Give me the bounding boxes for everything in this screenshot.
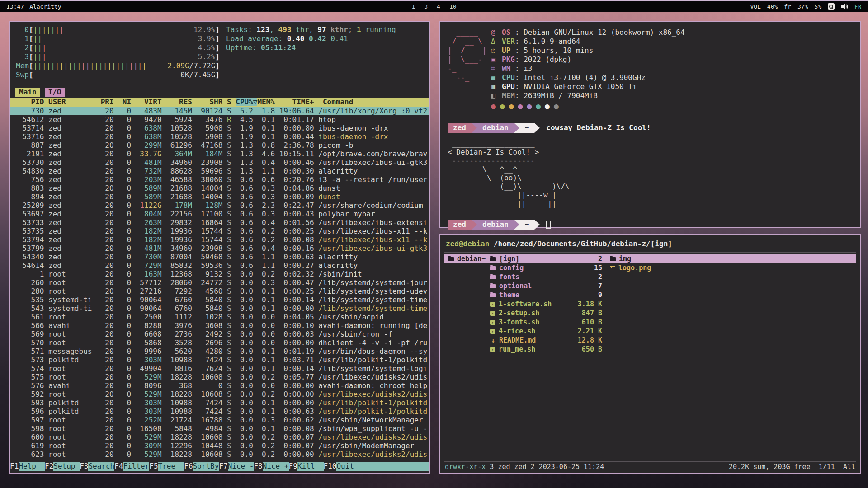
file-item-optional[interactable]: optional7 — [486, 282, 606, 291]
tab-main[interactable]: Main — [15, 88, 40, 97]
process-row-619[interactable]: 619 root 20 0 309M 12296 10448 S 0.0 0.2… — [10, 441, 429, 450]
fkey-sortby[interactable]: F6SortBy — [184, 462, 219, 471]
file-item-2-setup.sh[interactable]: 2-setup.sh847 B — [486, 309, 606, 318]
process-row-566[interactable]: 566 avahi 20 0 8288 3976 3608 S 0.0 0.0 … — [10, 321, 429, 330]
process-row-54830[interactable]: 54830 zed 20 0 732M 88628 59696 S 1.3 1.… — [10, 167, 429, 175]
current-dir: [ign] — [651, 239, 672, 248]
fetch-line-ver: ΔVER: 6.1.0-9-amd64 — [491, 37, 685, 46]
file-item-4-rice.sh[interactable]: 4-rice.sh2.21 K — [486, 327, 606, 336]
process-row-596[interactable]: 596 polkitd 20 0 303M 10988 7424 S 0.0 0… — [10, 407, 429, 416]
folder-icon — [610, 257, 616, 261]
process-row-1[interactable]: 1 root 20 0 163M 12368 9132 S 0.0 0.2 0:… — [10, 270, 429, 278]
window-fetch-terminal[interactable]: _____ / __ \ | / | | \___- -_ --_ @OS : … — [439, 21, 861, 228]
terminal-cursor[interactable] — [546, 221, 551, 229]
keyboard-layout-short[interactable]: fr — [784, 3, 791, 10]
process-row-53735[interactable]: 53735 zed 20 0 182M 19936 15744 S 0.6 0.… — [10, 227, 429, 235]
fkey-filter[interactable]: F4Filter — [114, 462, 149, 471]
process-row-54340[interactable]: 54340 zed 20 0 730M 87004 59468 S 0.6 1.… — [10, 253, 429, 261]
process-row-25209[interactable]: 25209 zed 20 0 1122G 178M 128M S 0.6 2.3… — [10, 201, 429, 210]
file-item-runme.sh[interactable]: run_me.sh650 B — [486, 345, 606, 354]
shell-prompt-input[interactable]: zeddebian~ — [448, 220, 853, 230]
file-item-debian~[interactable]: debian~ — [444, 254, 486, 263]
file-item-ign[interactable]: [ign]2 — [486, 254, 606, 263]
process-row-730[interactable]: 730 zed 20 0 483M 145M 90124 S 5.2 1.8 1… — [10, 107, 429, 115]
file-item-img[interactable]: img — [606, 254, 856, 263]
process-row-756[interactable]: 756 zed 20 0 203M 46588 38060 S 0.6 0.6 … — [10, 175, 429, 184]
process-row-53716[interactable]: 53716 zed 20 0 638M 10528 5908 S 1.9 0.1… — [10, 132, 429, 141]
volume-label: VOL — [750, 3, 760, 10]
volume-value[interactable]: 40% — [767, 3, 778, 10]
file-item-README.md[interactable]: ↓README.md12.8 K — [486, 336, 606, 345]
fkey-search[interactable]: F3Search — [80, 462, 114, 471]
user-host: zed@debian — [446, 239, 489, 248]
process-row-543[interactable]: 543 systemd-ti 20 0 90064 6760 5840 S 0.… — [10, 304, 429, 313]
fkey-tree[interactable]: F5Tree — [149, 462, 184, 471]
process-row-592[interactable]: 592 root 20 0 529M 18228 10608 S 0.0 0.2… — [10, 390, 429, 399]
file-item-fonts[interactable]: fonts2 — [486, 272, 606, 282]
process-row-561[interactable]: 561 root 20 0 2500 1112 1028 S 0.0 0.0 0… — [10, 313, 429, 321]
process-row-54614[interactable]: 54614 zed 20 0 729M 85832 59536 S 0.6 1.… — [10, 261, 429, 270]
process-row-597[interactable]: 597 root 20 0 252M 21724 16788 S 0.0 0.3… — [10, 416, 429, 424]
htop-screen-tabs: Main I/O — [15, 88, 429, 97]
fkey-quit[interactable]: F10Quit — [324, 462, 354, 471]
workspace-3[interactable]: 3 — [424, 3, 428, 10]
process-row-53799[interactable]: 53799 zed 20 0 481M 34960 23908 S 0.6 0.… — [10, 244, 429, 253]
process-row-53697[interactable]: 53697 zed 20 0 804M 22156 17100 S 0.6 0.… — [10, 210, 429, 218]
process-row-569[interactable]: 569 root 20 0 6608 2736 2492 S 0.0 0.0 0… — [10, 330, 429, 338]
file-permissions: drwxr-xr-x — [445, 463, 486, 471]
process-row-570[interactable]: 570 root 20 0 5868 3528 2696 S 0.0 0.0 0… — [10, 338, 429, 347]
process-row-574[interactable]: 574 root 20 0 49904 8816 7624 S 0.0 0.1 … — [10, 364, 429, 373]
script-icon — [490, 311, 495, 316]
process-row-894[interactable]: 894 zed 20 0 589M 21688 14004 S 0.6 0.3 … — [10, 192, 429, 201]
process-row-887[interactable]: 887 zed 20 0 299M 61296 47168 S 1.3 0.8 … — [10, 141, 429, 150]
process-row-53794[interactable]: 53794 zed 20 0 182M 19936 15744 S 0.6 0.… — [10, 235, 429, 244]
process-table-header[interactable]: PID USER PRI NI VIRT RES SHR S CPU%▽MEM%… — [10, 98, 429, 107]
process-row-53714[interactable]: 53714 zed 20 0 638M 10528 5908 S 1.9 0.1… — [10, 124, 429, 132]
system-fetch-output: _____ / __ \ | / | | \___- -_ --_ @OS : … — [448, 28, 853, 111]
process-row-576[interactable]: 576 avahi 20 0 8096 368 0 S 0.0 0.0 0:00… — [10, 381, 429, 390]
process-row-54612[interactable]: 54612 zed 20 0 9420 5924 3476 R 4.5 0.1 … — [10, 115, 429, 124]
process-row-575[interactable]: 575 root 20 0 529M 18228 10608 S 0.0 0.2… — [10, 373, 429, 381]
process-row-260[interactable]: 260 root 20 0 57712 28060 24772 S 0.0 0.… — [10, 278, 429, 287]
file-item-logo.png[interactable]: logo.png — [606, 263, 856, 272]
shell-prompt: zeddebian~cowsay Debian-Z Is Cool! — [448, 123, 853, 133]
cpu-icon: ▦ — [491, 73, 502, 82]
process-row-53730[interactable]: 53730 zed 20 0 481M 34960 23908 S 1.3 0.… — [10, 158, 429, 167]
process-row-53733[interactable]: 53733 zed 20 0 263M 29832 16864 S 0.6 0.… — [10, 218, 429, 227]
process-row-573[interactable]: 573 polkitd 20 0 303M 10988 7424 S 0.0 0… — [10, 356, 429, 364]
process-row-598[interactable]: 598 root 20 0 16508 5848 4984 S 0.0 0.1 … — [10, 424, 429, 433]
pkg-icon: ▣ — [491, 55, 502, 64]
file-item-1-software.sh[interactable]: 1-software.sh3.18 K — [486, 300, 606, 309]
workspace-4[interactable]: 4 — [437, 3, 440, 10]
fkey-nice-[interactable]: F8Nice + — [254, 462, 288, 471]
fkey-setup[interactable]: F2Setup — [45, 462, 80, 471]
window-file-manager[interactable]: zed@debian /home/zed/Documents/GitHub/de… — [439, 234, 861, 474]
fkey-kill[interactable]: F9Kill — [289, 462, 324, 471]
tab-io[interactable]: I/O — [45, 88, 65, 97]
script-icon — [490, 320, 495, 325]
process-row-600[interactable]: 600 root 20 0 529M 18228 10608 S 0.0 0.2… — [10, 433, 429, 441]
language-indicator[interactable]: FR — [854, 4, 862, 10]
process-row-571[interactable]: 571 messagebus 20 0 9996 5620 4280 S 0.0… — [10, 347, 429, 356]
process-row-535[interactable]: 535 systemd-ti 20 0 90064 6760 5840 S 0.… — [10, 296, 429, 304]
process-row-280[interactable]: 280 root 20 0 27216 7292 4560 S 0.0 0.1 … — [10, 287, 429, 296]
fetch-line-cpu: ▦CPU: Intel i3-7100 (4) @ 3.900GHz — [491, 73, 685, 82]
file-item-3-fonts.sh[interactable]: 3-fonts.sh610 B — [486, 318, 606, 327]
screen-top-accent-line — [0, 0, 868, 1]
os-icon: @ — [491, 28, 502, 37]
workspace-1[interactable]: 1 — [411, 3, 415, 10]
fkey-help[interactable]: F1Help — [10, 462, 45, 471]
screenshot-tray-icon[interactable] — [828, 3, 835, 10]
window-htop-terminal[interactable]: 0[|||||||12.9%]1[||3.9%]2[|||4.5%]3[|||5… — [9, 21, 430, 474]
process-row-593[interactable]: 593 polkitd 20 0 303M 10988 7424 S 0.0 0… — [10, 399, 429, 407]
file-item-theme[interactable]: theme9 — [486, 291, 606, 300]
fkey-nice-[interactable]: F7Nice - — [219, 462, 254, 471]
speaker-icon[interactable] — [841, 3, 848, 10]
file-item-config[interactable]: config15 — [486, 263, 606, 272]
process-row-623[interactable]: 623 root 20 0 529M 18228 10608 S 0.0 0.2… — [10, 450, 429, 459]
process-row-2191[interactable]: 2191 zed 20 0 33.7G 364M 184M S 1.3 4.6 … — [10, 150, 429, 158]
script-icon — [490, 347, 495, 352]
process-row-883[interactable]: 883 zed 20 0 589M 21688 14004 S 0.6 0.3 … — [10, 184, 429, 192]
fetch-line-os: @OS : Debian GNU/Linux 12 (bookworm) x86… — [491, 28, 685, 37]
workspace-10[interactable]: 10 — [449, 3, 457, 10]
